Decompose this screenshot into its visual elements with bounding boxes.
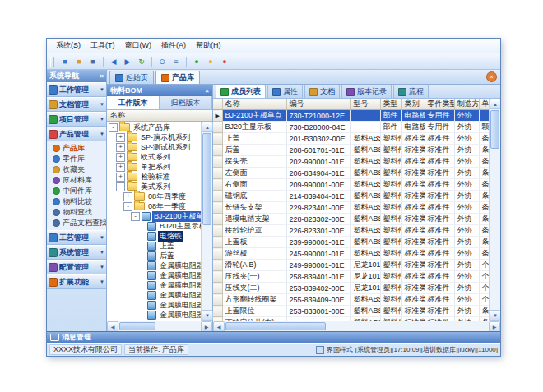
- scroll-down-icon[interactable]: ▼: [202, 310, 213, 321]
- scroll-track[interactable]: [156, 321, 201, 331]
- expand-icon[interactable]: +: [123, 192, 132, 201]
- sidebar-item[interactable]: 物料比较: [47, 196, 106, 207]
- tree-item[interactable]: 金属膜电阻器: [107, 280, 201, 290]
- version-tab[interactable]: 归档版本: [160, 96, 212, 109]
- document-tab[interactable]: 产品库: [155, 71, 200, 84]
- table-row[interactable]: 左侧面206-834904-01E塑料ABS塑料件标准类标准件外协条: [213, 168, 489, 179]
- sidebar-item[interactable]: 产品库: [47, 143, 106, 154]
- nav-group[interactable]: 工艺管理▼: [47, 230, 106, 245]
- tree-horizontal-scrollbar[interactable]: ◀ ▶: [107, 321, 212, 331]
- search-icon[interactable]: ⊙: [156, 56, 168, 67]
- member-tab[interactable]: 文档: [304, 85, 340, 98]
- version-tab[interactable]: 工作版本: [107, 96, 160, 109]
- open-folder-icon[interactable]: ■: [73, 56, 85, 67]
- tree-item[interactable]: -系统产品库: [107, 122, 201, 132]
- back-icon[interactable]: ◀: [108, 56, 119, 67]
- tree-scroll-thumb[interactable]: [202, 133, 211, 225]
- tree-item[interactable]: -美式系列: [107, 182, 201, 191]
- nav-group[interactable]: 系统管理▼: [47, 245, 106, 260]
- tree-item[interactable]: +单把系列: [107, 162, 201, 172]
- tree-item[interactable]: -BJ-2100主板单点: [107, 211, 201, 221]
- tree-hscroll-thumb[interactable]: [119, 322, 155, 330]
- table-row[interactable]: 长链头支架229-823401-00E塑料ABS塑料件标准类标准件外协条: [213, 202, 489, 214]
- column-header[interactable]: 零件类型: [425, 99, 454, 110]
- style-label[interactable]: 界面样式: [327, 345, 353, 354]
- column-header[interactable]: 型号: [350, 99, 380, 110]
- collapse-icon[interactable]: -: [116, 182, 125, 191]
- table-row[interactable]: 接纱轮护罩226-823301-00E塑料ABS塑料件标准类标准件外协条: [213, 225, 489, 237]
- tree-item[interactable]: 后盖: [107, 251, 201, 261]
- member-tab[interactable]: 属性: [267, 85, 303, 98]
- sidebar-item[interactable]: 物料查找: [47, 207, 106, 218]
- list-icon[interactable]: ≡: [170, 56, 182, 67]
- collapse-icon[interactable]: -: [131, 212, 140, 221]
- tree-column-header[interactable]: 名称: [107, 110, 212, 122]
- table-row[interactable]: 后盖208-601701-01E塑料ABS塑料件标准类标准件外协条: [213, 145, 489, 156]
- forward-icon[interactable]: ▶: [122, 56, 133, 67]
- expand-icon[interactable]: +: [116, 153, 125, 162]
- sidebar-close-icon[interactable]: ×: [100, 72, 104, 80]
- tree-item[interactable]: +08年四季度: [107, 191, 201, 201]
- expand-icon[interactable]: +: [116, 163, 125, 172]
- document-tab[interactable]: 起始页: [109, 71, 154, 84]
- grid-scroll-thumb[interactable]: [490, 110, 499, 149]
- table-row[interactable]: 压线夹(一)258-839401-01E尼龙1010塑料件标准类标准件外协个: [213, 271, 489, 283]
- nav-group[interactable]: 工作管理▼: [47, 82, 106, 97]
- sidebar-item[interactable]: 收藏夹: [47, 164, 106, 175]
- table-row[interactable]: 游丝板245-990001-01E塑料ABS塑料件标准类标准件外协条: [213, 248, 489, 260]
- new-doc-icon[interactable]: ■: [59, 56, 71, 67]
- nav-group[interactable]: 文档管理▼: [47, 97, 106, 112]
- tree-item[interactable]: 金属膜电阻器: [107, 300, 201, 310]
- tree-item[interactable]: 金属膜电阻器: [107, 261, 201, 270]
- nav-group[interactable]: 扩展功能▼: [47, 274, 106, 289]
- style-grid-icon[interactable]: [316, 346, 324, 354]
- tree-item[interactable]: 金属膜电阻器: [107, 270, 201, 280]
- bom-panel-close-icon[interactable]: ×: [205, 87, 209, 95]
- nav-group[interactable]: 配置管理▼: [47, 260, 106, 274]
- save-icon[interactable]: ■: [87, 56, 99, 67]
- scroll-track[interactable]: [327, 321, 489, 331]
- menu-item[interactable]: 帮助(H): [191, 39, 226, 52]
- message-panel-header[interactable]: 消息管理: [47, 331, 500, 343]
- scroll-track[interactable]: [490, 150, 500, 310]
- member-tab[interactable]: 成员列表: [216, 85, 266, 98]
- tree-item[interactable]: 上盖: [107, 241, 201, 251]
- expand-icon[interactable]: +: [116, 133, 125, 142]
- table-row[interactable]: ▶BJ-2100主板单点730-T21000-12E部件电路板专用件外协: [213, 110, 489, 122]
- table-row[interactable]: 右侧面209-990001-00E塑料ABS塑料件标准类标准件外协条: [213, 179, 489, 191]
- sidebar-item[interactable]: 零件库: [47, 154, 106, 164]
- pause-icon[interactable]: ●: [205, 56, 216, 67]
- table-row[interactable]: 探头壳202-990001-01E塑料ABS塑料件标准类标准件外协条: [213, 156, 489, 168]
- table-row[interactable]: 压线夹(二)253-839402-00E尼龙1010塑料件标准类标准件外协个: [213, 283, 489, 294]
- table-row[interactable]: 上盖201-B30302-00E塑料ABS塑料件标准类标准件外协条: [213, 133, 489, 145]
- column-header[interactable]: 单位: [479, 99, 489, 110]
- sidebar-item[interactable]: 原材料库: [47, 175, 106, 186]
- menu-item[interactable]: 窗口(W): [120, 39, 157, 52]
- menu-item[interactable]: 系统(S): [51, 39, 86, 52]
- nav-group[interactable]: 产品管理▼: [47, 127, 106, 141]
- tree-item[interactable]: +欧式系列: [107, 152, 201, 162]
- collapse-icon[interactable]: -: [109, 123, 118, 132]
- tree-item[interactable]: +检验标准: [107, 172, 201, 182]
- column-header[interactable]: 类型: [380, 99, 401, 110]
- table-row[interactable]: 方形翻转线圈架255-839409-00E塑料ABS塑料件标准类标准件外协个: [213, 294, 489, 306]
- collapse-icon[interactable]: -: [123, 202, 132, 211]
- tree-item[interactable]: +SP-演示机系列: [107, 132, 201, 142]
- stop-icon[interactable]: ●: [219, 56, 230, 67]
- grid-horizontal-scrollbar[interactable]: ◀ ▶: [213, 321, 500, 331]
- table-row[interactable]: BJ20主显示板730-B28000-04E部件电路板专用件外协颗: [213, 122, 489, 133]
- table-row[interactable]: 退模电踏支架228-823302-00E塑料ABS塑料件标准类标准件外协条: [213, 214, 489, 225]
- column-header[interactable]: 名称: [222, 99, 286, 110]
- refresh-icon[interactable]: ↻: [136, 56, 147, 67]
- table-row[interactable]: 滑轮(A B)249-990001-01E尼龙1010塑料件标准类标准件外协个: [213, 260, 489, 271]
- run-icon[interactable]: ●: [191, 56, 202, 67]
- tab-close-icon[interactable]: ×: [486, 71, 497, 82]
- column-header[interactable]: 类别: [401, 99, 425, 110]
- sidebar-item[interactable]: 中间件库: [47, 186, 106, 196]
- table-row[interactable]: 上盖限位253-833001-00E塑料ABS塑料件标准类标准件外协条: [213, 306, 489, 317]
- member-tab[interactable]: 流程: [393, 85, 429, 98]
- scroll-up-icon[interactable]: ▲: [202, 122, 213, 132]
- tree-item[interactable]: -08年一季度: [107, 201, 201, 211]
- tree-vertical-scrollbar[interactable]: ▲ ▼: [201, 122, 212, 321]
- menu-item[interactable]: 工具(T): [86, 39, 120, 52]
